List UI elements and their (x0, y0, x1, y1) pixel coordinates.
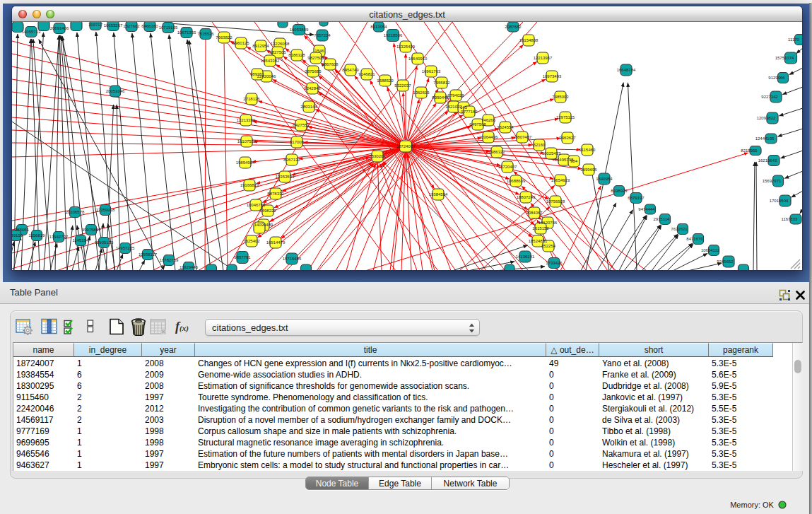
svg-text:20691406: 20691406 (50, 26, 69, 30)
svg-text:7663822: 7663822 (216, 35, 233, 40)
svg-text:1167533: 1167533 (782, 217, 799, 221)
svg-text:1527602: 1527602 (123, 24, 140, 28)
svg-text:1362615: 1362615 (413, 90, 430, 95)
svg-text:9857791: 9857791 (234, 255, 251, 259)
svg-text:16543382: 16543382 (261, 59, 280, 63)
svg-text:8186328: 8186328 (288, 53, 305, 57)
svg-text:9699695: 9699695 (580, 168, 597, 172)
svg-text:16154808: 16154808 (519, 38, 539, 42)
svg-text:10653267: 10653267 (104, 23, 123, 28)
svg-text:9227342: 9227342 (761, 95, 778, 99)
svg-text:18524851: 18524851 (529, 239, 548, 243)
svg-text:1640954: 1640954 (596, 177, 613, 181)
svg-text:2867608: 2867608 (322, 62, 339, 66)
svg-text:20206578: 20206578 (66, 210, 85, 214)
svg-text:13353594: 13353594 (276, 175, 295, 179)
svg-text:12213369: 12213369 (237, 118, 256, 122)
svg-text:12213967: 12213967 (534, 56, 553, 60)
svg-text:9084067: 9084067 (526, 211, 543, 215)
svg-text:6497568: 6497568 (469, 122, 486, 127)
svg-text:17957225: 17957225 (116, 246, 135, 250)
svg-text:16107552: 16107552 (237, 139, 257, 144)
svg-text:984: 984 (570, 159, 578, 163)
svg-text:6794028: 6794028 (447, 93, 464, 98)
svg-text:10025433: 10025433 (542, 151, 561, 156)
svg-text:16210643: 16210643 (758, 158, 777, 163)
svg-text:12093822: 12093822 (757, 116, 776, 120)
svg-text:19218506: 19218506 (384, 33, 403, 37)
svg-text:9827505: 9827505 (269, 50, 286, 54)
svg-text:14136141: 14136141 (516, 255, 535, 259)
svg-text:9245652: 9245652 (717, 259, 734, 264)
svg-text:6466160: 6466160 (141, 24, 158, 28)
svg-text:16961763: 16961763 (422, 69, 441, 74)
svg-text:19654923: 19654923 (551, 178, 570, 182)
svg-text:9463627: 9463627 (559, 136, 576, 140)
svg-text:10654112: 10654112 (701, 248, 720, 252)
svg-text:8878332: 8878332 (267, 192, 284, 196)
svg-text:17016504: 17016504 (770, 199, 789, 203)
svg-text:939159: 939159 (12, 233, 23, 238)
svg-text:16640910: 16640910 (408, 57, 428, 61)
svg-text:3624554: 3624554 (497, 125, 514, 129)
svg-text:8912954: 8912954 (252, 44, 269, 48)
svg-text:11923446: 11923446 (180, 265, 199, 269)
svg-text:9827508: 9827508 (307, 56, 324, 60)
svg-text:985061: 985061 (15, 228, 30, 232)
svg-text:917006: 917006 (290, 140, 305, 144)
svg-text:10688609: 10688609 (507, 179, 526, 183)
svg-text:62160: 62160 (534, 143, 546, 147)
svg-text:8471676: 8471676 (686, 237, 703, 241)
svg-text:1145194: 1145194 (73, 238, 90, 243)
svg-text:19166823: 19166823 (240, 183, 259, 187)
svg-text:9146821: 9146821 (358, 72, 375, 76)
svg-text:7955812: 7955812 (433, 81, 450, 85)
svg-text:15720407: 15720407 (498, 165, 517, 169)
svg-text:16053809: 16053809 (290, 28, 309, 32)
svg-text:252254: 252254 (541, 244, 556, 248)
svg-text:1588520: 1588520 (377, 78, 394, 83)
svg-text:12905135: 12905135 (95, 240, 114, 245)
svg-text:18807249: 18807249 (517, 195, 536, 199)
svg-text:1546: 1546 (314, 49, 324, 53)
svg-text:9115460: 9115460 (579, 148, 596, 152)
svg-text:19384554: 19384554 (429, 192, 448, 197)
svg-text:15751074: 15751074 (775, 56, 794, 60)
svg-text:7357224: 7357224 (314, 33, 331, 37)
svg-text:8427552: 8427552 (293, 123, 310, 127)
svg-text:9129966: 9129966 (768, 76, 785, 80)
svg-text:9242848: 9242848 (304, 86, 321, 90)
svg-text:8454749: 8454749 (342, 68, 359, 72)
svg-text:989361: 989361 (250, 72, 265, 76)
svg-text:2087682: 2087682 (505, 25, 522, 29)
svg-text:12444195: 12444195 (755, 136, 775, 141)
svg-text:10719155: 10719155 (159, 25, 178, 30)
svg-text:1733426: 1733426 (546, 261, 563, 265)
svg-text:8613054: 8613054 (370, 25, 387, 29)
svg-text:14055713: 14055713 (22, 30, 41, 34)
svg-text:10958117: 10958117 (139, 252, 158, 257)
svg-text:17942737: 17942737 (49, 235, 69, 239)
svg-text:9960125: 9960125 (233, 41, 249, 45)
svg-text:8267130: 8267130 (283, 158, 300, 162)
svg-text:8938923: 8938923 (611, 189, 628, 193)
svg-text:20053346: 20053346 (106, 89, 125, 93)
svg-text:7632621: 7632621 (671, 227, 688, 231)
svg-text:16914479: 16914479 (266, 240, 286, 245)
svg-text:9474444: 9474444 (638, 207, 655, 211)
svg-text:20364436: 20364436 (479, 135, 498, 139)
svg-text:7515526: 7515526 (197, 32, 214, 36)
svg-text:10046786: 10046786 (247, 203, 266, 207)
svg-text:2718126: 2718126 (243, 97, 260, 101)
svg-text:17359928: 17359928 (96, 208, 115, 212)
svg-text:9777169: 9777169 (461, 110, 478, 114)
svg-text:10671355: 10671355 (177, 30, 196, 35)
svg-text:8990448: 8990448 (432, 95, 449, 100)
svg-text:10973493: 10973493 (543, 74, 562, 78)
svg-text:13226058: 13226058 (271, 42, 290, 46)
svg-text:10756928: 10756928 (546, 199, 565, 204)
svg-text:7986322: 7986322 (488, 150, 505, 154)
svg-text:10807487: 10807487 (513, 135, 532, 139)
svg-text:12975115: 12975115 (556, 115, 575, 119)
svg-text:1615152: 1615152 (532, 226, 549, 230)
